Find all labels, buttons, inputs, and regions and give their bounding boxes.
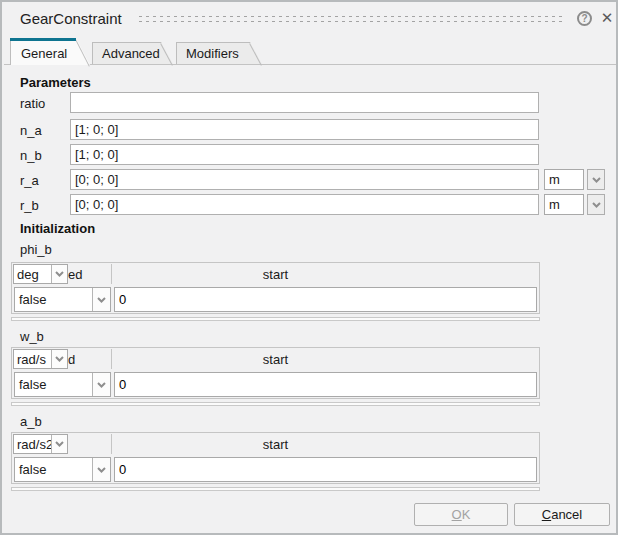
unit-value: rad/s2 (14, 435, 51, 453)
chevron-down-icon (92, 288, 110, 311)
chevron-down-icon (51, 435, 67, 453)
drag-handle[interactable] (137, 14, 565, 23)
table-footer-strip (11, 317, 540, 321)
ratio-input[interactable] (70, 92, 539, 113)
chevron-down-icon (51, 350, 67, 368)
chevron-down-icon (51, 265, 67, 283)
table-footer-strip (11, 402, 540, 406)
start-column-header: start (12, 267, 539, 282)
group-label-a_b: a_b (20, 414, 42, 429)
w_b-unit-combobox[interactable]: rad/s (13, 349, 68, 369)
tab-label: Modifiers (186, 46, 239, 61)
w_b-fixed-combobox[interactable]: false (14, 372, 111, 397)
help-icon[interactable]: ? (577, 11, 592, 26)
fixed-header-label-clipped: d (68, 352, 75, 367)
a_b-start-input[interactable] (114, 457, 537, 482)
cancel-accel: C (542, 507, 551, 522)
w_b-start-input[interactable] (114, 372, 537, 397)
header-separator (111, 349, 112, 369)
unit-value: rad/s (14, 350, 51, 368)
start-column-header: start (12, 352, 539, 367)
r_b-input[interactable] (70, 194, 539, 215)
gearconstraint-dialog: GearConstraint ? ✕ General Advanced Modi… (0, 0, 618, 535)
phi_b-start-input[interactable] (114, 287, 537, 312)
param-label-n_b: n_b (20, 148, 42, 163)
cancel-rest: ancel (551, 507, 582, 522)
tab-label: General (21, 46, 67, 61)
phi_b-unit-combobox[interactable]: deg (13, 264, 68, 284)
param-label-r_b: r_b (20, 198, 39, 213)
start-column-header: start (12, 437, 539, 452)
tabbar-baseline (4, 64, 616, 65)
param-label-r_a: r_a (20, 173, 39, 188)
group-label-phi_b: phi_b (20, 242, 52, 257)
param-label-n_a: n_a (20, 123, 42, 138)
header-separator (111, 434, 112, 454)
group-label-w_b: w_b (20, 329, 44, 344)
parameters-heading: Parameters (20, 75, 91, 90)
a_b-table: start rad/s2 false (11, 432, 540, 484)
r_a-unit-dropdown-button[interactable] (587, 169, 605, 190)
r_a-unit-combobox[interactable]: m (544, 169, 584, 190)
r_b-unit-dropdown-button[interactable] (587, 194, 605, 215)
ok-button[interactable]: OK (414, 503, 508, 526)
chevron-down-icon (92, 373, 110, 396)
fixed-value: false (15, 373, 92, 396)
dialog-title: GearConstraint (20, 10, 122, 27)
fixed-value: false (15, 288, 92, 311)
n_b-input[interactable] (70, 144, 539, 165)
chevron-down-icon (592, 177, 601, 183)
param-label-ratio: ratio (20, 96, 45, 111)
phi_b-fixed-combobox[interactable]: false (14, 287, 111, 312)
unit-value: m (549, 197, 560, 212)
active-tab-indicator (10, 38, 76, 41)
question-glyph: ? (581, 13, 587, 24)
close-icon[interactable]: ✕ (598, 9, 616, 27)
ok-rest: K (462, 507, 471, 522)
tab-label: Advanced (102, 46, 160, 61)
table-footer-strip (11, 487, 540, 491)
a_b-fixed-combobox[interactable]: false (14, 457, 111, 482)
header-separator (111, 264, 112, 284)
initialization-heading: Initialization (20, 221, 95, 236)
n_a-input[interactable] (70, 119, 539, 140)
unit-value: m (549, 172, 560, 187)
fixed-header-label-clipped: ed (68, 267, 82, 282)
r_a-input[interactable] (70, 169, 539, 190)
tab-general[interactable]: General (10, 38, 90, 65)
r_b-unit-combobox[interactable]: m (544, 194, 584, 215)
unit-value: deg (14, 265, 51, 283)
chevron-down-icon (592, 202, 601, 208)
w_b-table: start d rad/s false (11, 347, 540, 399)
cancel-button[interactable]: Cancel (514, 503, 610, 526)
chevron-down-icon (92, 458, 110, 481)
a_b-unit-combobox[interactable]: rad/s2 (13, 434, 68, 454)
ok-accel: O (452, 507, 462, 522)
fixed-value: false (15, 458, 92, 481)
phi_b-table: start ed deg false (11, 262, 540, 314)
